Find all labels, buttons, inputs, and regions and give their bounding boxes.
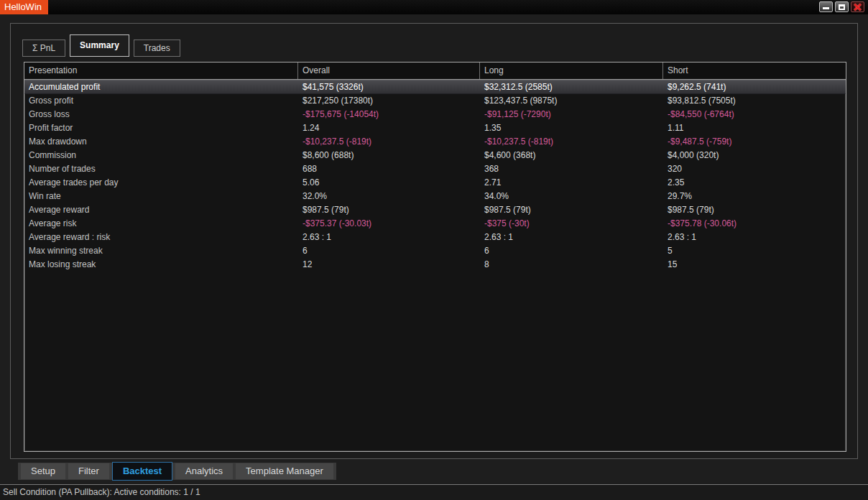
row-value-long: $32,312.5 (2585t) <box>480 80 663 93</box>
row-label: Commission <box>24 149 298 162</box>
row-label: Average trades per day <box>24 176 298 190</box>
row-value-long: 2.63 : 1 <box>480 231 663 244</box>
column-header-presentation[interactable]: Presentation <box>24 62 298 79</box>
row-label: Max winning streak <box>24 244 298 258</box>
row-label: Average reward <box>24 203 298 217</box>
tab-pnl[interactable]: Σ PnL <box>22 40 65 57</box>
row-value-long: -$10,237.5 (-819t) <box>480 135 663 149</box>
table-row[interactable]: Win rate32.0%34.0%29.7% <box>24 190 846 203</box>
table-row[interactable]: Max drawdown-$10,237.5 (-819t)-$10,237.5… <box>24 135 846 149</box>
row-value-short: $987.5 (79t) <box>663 203 846 217</box>
row-value-short: $4,000 (320t) <box>663 149 846 162</box>
table-row[interactable]: Average reward$987.5 (79t)$987.5 (79t)$9… <box>24 203 846 217</box>
table-row[interactable]: Max winning streak665 <box>24 244 846 258</box>
row-value-overall: 1.24 <box>298 121 480 135</box>
row-value-overall: $41,575 (3326t) <box>298 80 480 93</box>
status-bar: Sell Condition (PA Pullback): Active con… <box>0 484 868 500</box>
row-label: Average reward : risk <box>24 231 298 244</box>
status-text: Sell Condition (PA Pullback): Active con… <box>3 487 200 497</box>
row-value-short: 2.63 : 1 <box>663 231 846 244</box>
row-value-long: 34.0% <box>480 190 663 203</box>
row-value-long: 2.71 <box>480 176 663 190</box>
window-controls <box>819 1 864 12</box>
row-label: Profit factor <box>24 121 298 135</box>
row-value-short: -$375.78 (-30.06t) <box>663 217 846 231</box>
row-value-overall: 688 <box>298 162 480 176</box>
row-value-short: 1.11 <box>663 121 846 135</box>
bottom-tab-bar: Setup Filter Backtest Analytics Template… <box>18 463 336 480</box>
column-header-long[interactable]: Long <box>480 62 663 79</box>
table-row[interactable]: Accumulated profit$41,575 (3326t)$32,312… <box>24 80 846 94</box>
row-label: Win rate <box>24 190 298 203</box>
column-header-overall[interactable]: Overall <box>298 62 480 79</box>
row-value-overall: 32.0% <box>298 190 480 203</box>
row-label: Max losing streak <box>24 258 298 272</box>
summary-table: Presentation Overall Long Short Accumula… <box>24 62 846 452</box>
main-frame: Σ PnL Summary Trades Presentation Overal… <box>10 23 858 459</box>
row-value-long: -$375 (-30t) <box>480 217 663 231</box>
row-value-overall: 5.06 <box>298 176 480 190</box>
row-value-short: 2.35 <box>663 176 846 190</box>
top-tab-bar: Σ PnL Summary Trades <box>22 34 185 57</box>
tab-trades[interactable]: Trades <box>134 40 180 57</box>
row-value-overall: 6 <box>298 244 480 258</box>
row-label: Average risk <box>24 217 298 231</box>
row-label: Max drawdown <box>24 135 298 149</box>
tab-setup[interactable]: Setup <box>21 463 65 479</box>
row-label: Accumulated profit <box>24 80 298 93</box>
row-label: Gross loss <box>24 108 298 121</box>
row-value-short: $9,262.5 (741t) <box>663 80 846 93</box>
tab-template-manager[interactable]: Template Manager <box>236 463 333 479</box>
row-value-short: 320 <box>663 162 846 176</box>
table-row[interactable]: Gross profit$217,250 (17380t)$123,437.5 … <box>24 94 846 108</box>
row-value-long: 1.35 <box>480 121 663 135</box>
row-value-long: -$91,125 (-7290t) <box>480 108 663 121</box>
row-value-overall: $8,600 (688t) <box>298 149 480 162</box>
maximize-icon <box>839 4 845 10</box>
minimize-icon <box>823 7 829 9</box>
table-header: Presentation Overall Long Short <box>24 62 846 80</box>
row-value-long: $987.5 (79t) <box>480 203 663 217</box>
close-icon <box>854 4 862 10</box>
row-value-long: $123,437.5 (9875t) <box>480 94 663 108</box>
tab-backtest[interactable]: Backtest <box>112 462 172 481</box>
row-value-overall: -$175,675 (-14054t) <box>298 108 480 121</box>
column-header-short[interactable]: Short <box>663 62 846 79</box>
row-value-short: 15 <box>663 258 846 272</box>
table-row[interactable]: Max losing streak12815 <box>24 258 846 272</box>
table-row[interactable]: Number of trades688368320 <box>24 162 846 176</box>
close-button[interactable] <box>851 1 864 12</box>
row-value-overall: -$10,237.5 (-819t) <box>298 135 480 149</box>
table-row[interactable]: Gross loss-$175,675 (-14054t)-$91,125 (-… <box>24 108 846 121</box>
row-value-long: 368 <box>480 162 663 176</box>
minimize-button[interactable] <box>819 1 833 12</box>
row-value-long: 6 <box>480 244 663 258</box>
table-row[interactable]: Average trades per day5.062.712.35 <box>24 176 846 190</box>
row-value-long: $4,600 (368t) <box>480 149 663 162</box>
row-value-short: -$84,550 (-6764t) <box>663 108 846 121</box>
row-label: Number of trades <box>24 162 298 176</box>
row-value-short: 5 <box>663 244 846 258</box>
table-row[interactable]: Average risk-$375.37 (-30.03t)-$375 (-30… <box>24 217 846 231</box>
row-value-short: 29.7% <box>663 190 846 203</box>
table-body: Accumulated profit$41,575 (3326t)$32,312… <box>24 80 846 272</box>
title-bar: HelloWin <box>0 0 868 14</box>
row-value-overall: 12 <box>298 258 480 272</box>
row-value-long: 8 <box>480 258 663 272</box>
maximize-button[interactable] <box>835 1 849 12</box>
row-value-overall: $217,250 (17380t) <box>298 94 480 108</box>
row-value-overall: -$375.37 (-30.03t) <box>298 217 480 231</box>
table-row[interactable]: Profit factor1.241.351.11 <box>24 121 846 135</box>
row-value-overall: $987.5 (79t) <box>298 203 480 217</box>
tab-analytics[interactable]: Analytics <box>175 463 233 479</box>
tab-summary[interactable]: Summary <box>70 34 129 57</box>
row-value-short: $93,812.5 (7505t) <box>663 94 846 108</box>
row-label: Gross profit <box>24 94 298 108</box>
table-row[interactable]: Average reward : risk2.63 : 12.63 : 12.6… <box>24 231 846 244</box>
table-row[interactable]: Commission$8,600 (688t)$4,600 (368t)$4,0… <box>24 149 846 162</box>
row-value-short: -$9,487.5 (-759t) <box>663 135 846 149</box>
tab-filter[interactable]: Filter <box>68 463 109 479</box>
row-value-overall: 2.63 : 1 <box>298 231 480 244</box>
window-title: HelloWin <box>0 0 48 14</box>
